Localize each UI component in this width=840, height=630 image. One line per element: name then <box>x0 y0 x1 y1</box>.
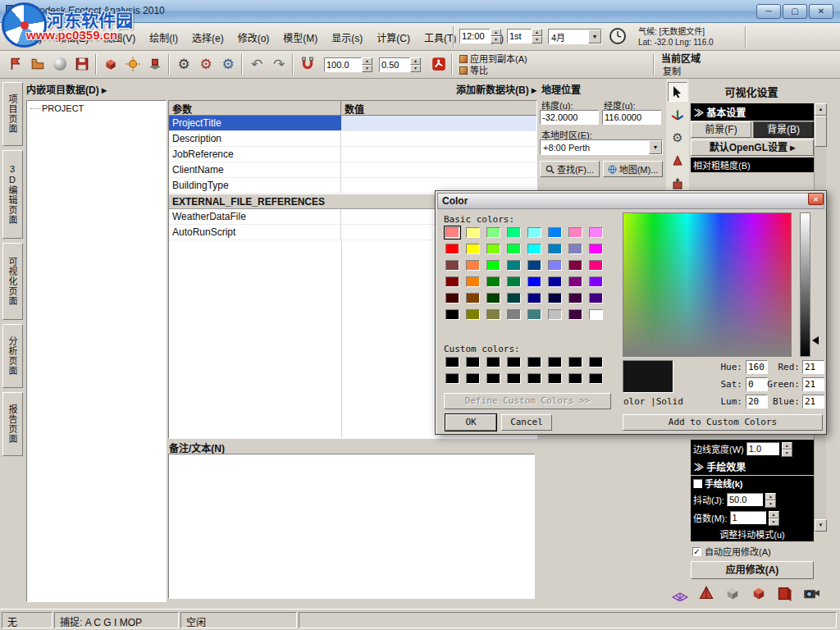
basic-color-swatch[interactable] <box>589 260 603 271</box>
auto-apply-row[interactable]: 自动应用修改(A) <box>692 545 814 558</box>
apply-to-copy-label[interactable]: 应用到副本(A) <box>459 54 527 65</box>
basic-color-swatch[interactable] <box>527 227 541 238</box>
objects-cube-icon[interactable] <box>722 582 743 604</box>
sun-path-icon[interactable] <box>122 53 144 75</box>
analysis-grid-icon[interactable] <box>696 582 717 604</box>
offset-spinner[interactable] <box>410 57 421 72</box>
basic-color-swatch[interactable] <box>445 276 459 287</box>
menu-item-5[interactable]: 选择(e) <box>185 27 231 48</box>
undo-icon[interactable]: ↶ <box>246 53 267 75</box>
adjust-jitter-mode-button[interactable]: 调整抖动模式(u) <box>691 527 814 541</box>
pdf-export-icon[interactable] <box>428 53 450 75</box>
param-cell[interactable]: JobReference <box>169 147 341 162</box>
shadow-cube-icon[interactable] <box>144 53 166 75</box>
basic-color-swatch[interactable] <box>548 260 562 271</box>
red-input[interactable] <box>802 360 824 374</box>
menu-item-2[interactable]: 编辑(E) <box>49 27 95 48</box>
edge-width-spinner[interactable] <box>782 442 792 455</box>
open-project-icon[interactable] <box>27 53 48 75</box>
close-button[interactable]: ✕ <box>809 4 833 19</box>
basic-color-swatch[interactable] <box>445 309 459 320</box>
basic-color-swatch[interactable] <box>527 244 541 254</box>
table-row[interactable]: JobReference <box>169 147 536 162</box>
select-cursor-icon[interactable] <box>668 82 687 102</box>
basic-color-swatch[interactable] <box>486 260 500 271</box>
sat-input[interactable] <box>746 377 768 391</box>
basic-color-swatch[interactable] <box>527 276 541 287</box>
custom-color-swatch[interactable] <box>589 373 603 384</box>
dialog-close-icon[interactable]: ✕ <box>808 193 824 205</box>
basic-color-swatch[interactable] <box>527 260 541 271</box>
scroll-up-icon[interactable] <box>815 103 827 116</box>
custom-color-swatch[interactable] <box>568 357 582 368</box>
foreground-button[interactable]: 前景(F) <box>691 121 751 138</box>
luminance-arrow-icon[interactable] <box>812 336 819 345</box>
redo-icon[interactable]: ↷ <box>268 53 290 75</box>
basic-color-swatch[interactable] <box>486 244 500 254</box>
add-data-block-link[interactable]: 添加新数据块(B) ▸ <box>456 82 536 96</box>
basic-color-swatch[interactable] <box>507 244 521 254</box>
menu-item-1[interactable]: 文件(F) <box>3 27 48 48</box>
basic-color-swatch[interactable] <box>445 293 459 304</box>
basic-color-swatch[interactable] <box>527 293 541 304</box>
menu-item-8[interactable]: 显示(s) <box>325 27 369 48</box>
param-cell[interactable]: BuildingType <box>169 178 341 193</box>
sketch-effects-header[interactable]: ≫ 手绘效果 <box>691 458 814 475</box>
custom-color-swatch[interactable] <box>466 357 480 368</box>
longitude-input[interactable] <box>602 110 661 125</box>
axes-icon[interactable] <box>668 105 687 125</box>
basic-color-swatch[interactable] <box>466 244 480 254</box>
new-project-icon[interactable] <box>5 53 26 75</box>
day-spinner[interactable] <box>532 29 542 43</box>
sphere-tool-icon[interactable] <box>49 53 71 75</box>
basic-color-swatch[interactable] <box>486 227 500 238</box>
offset-input[interactable] <box>379 57 410 72</box>
jitter-input[interactable] <box>727 493 763 506</box>
month-dropdown[interactable]: 4月 <box>548 29 602 44</box>
find-location-button[interactable]: 查找(F)... <box>540 161 600 177</box>
basic-color-swatch[interactable] <box>445 227 459 238</box>
auto-apply-checkbox[interactable] <box>692 547 701 556</box>
maximize-button[interactable]: ▢ <box>783 4 807 19</box>
basic-color-swatch[interactable] <box>548 276 562 287</box>
orbit-gear-icon[interactable]: ⚙ <box>668 128 687 148</box>
basic-color-swatch[interactable] <box>466 227 480 238</box>
basic-color-swatch[interactable] <box>548 309 562 320</box>
basic-color-swatch[interactable] <box>486 293 500 304</box>
color-dialog-titlebar[interactable]: Color <box>437 193 824 209</box>
table-row[interactable]: ClientName <box>169 162 536 178</box>
menu-item-6[interactable]: 修改(o) <box>231 27 276 48</box>
luminance-slider[interactable] <box>800 212 810 357</box>
value-cell[interactable] <box>341 162 536 177</box>
save-project-icon[interactable] <box>71 53 93 75</box>
table-row[interactable]: Description <box>169 131 536 147</box>
materials-cube-icon[interactable] <box>748 582 769 604</box>
basic-color-swatch[interactable] <box>589 276 603 287</box>
sketch-line-row[interactable]: 手绘线(k) <box>691 476 814 491</box>
basic-color-swatch[interactable] <box>466 260 480 271</box>
dropdown-arrow-icon[interactable] <box>588 30 601 43</box>
snap-magnet-icon[interactable] <box>297 53 318 75</box>
default-opengl-button[interactable]: 默认OpenGL设置 ▸ <box>691 139 814 156</box>
menu-item-4[interactable]: 绘制(l) <box>143 27 185 48</box>
sketch-line-checkbox[interactable] <box>693 479 702 488</box>
custom-color-swatch[interactable] <box>445 357 459 368</box>
project-tree[interactable]: PROJECT <box>26 100 167 602</box>
column-header-value[interactable]: 数值 <box>341 101 536 116</box>
basic-color-swatch[interactable] <box>589 227 603 238</box>
table-row[interactable]: ProjectTitle <box>169 116 536 131</box>
basic-color-swatch[interactable] <box>589 244 603 254</box>
export-model-icon[interactable] <box>774 582 796 604</box>
basic-color-swatch[interactable] <box>568 227 582 238</box>
hue-saturation-field[interactable] <box>623 212 792 357</box>
basic-color-swatch[interactable] <box>507 227 521 238</box>
scrollbar-thumb[interactable] <box>815 116 827 147</box>
scale-spinner[interactable] <box>362 57 372 72</box>
time-input[interactable] <box>459 29 491 43</box>
basic-color-swatch[interactable] <box>589 293 603 304</box>
custom-color-swatch[interactable] <box>527 373 541 384</box>
notes-textarea[interactable] <box>168 454 535 599</box>
custom-color-swatch[interactable] <box>507 373 521 384</box>
latitude-input[interactable] <box>540 110 599 125</box>
background-button[interactable]: 背景(B) <box>753 121 814 138</box>
